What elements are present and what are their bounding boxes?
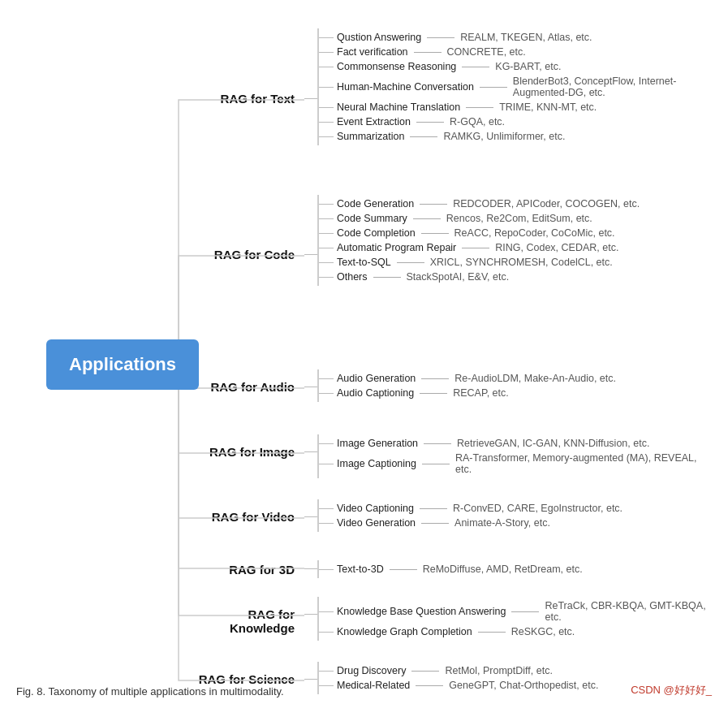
cat-item-row: Video GenerationAnimate-A-Story, etc. — [319, 517, 706, 529]
cat-item-row: Knowledge Graph CompletionReSKGC, etc. — [319, 626, 706, 637]
cat-item-row: Code CompletionReACC, RepoCoder, CoCoMic… — [319, 227, 706, 239]
item-label: Code Generation — [337, 198, 414, 209]
cat-item-row: Audio GenerationRe-AudioLDM, Make-An-Aud… — [319, 373, 706, 384]
cat-item-row: Knowledge Base Question AnsweringReTraCk… — [319, 600, 706, 623]
cat-items-rag-image: Image GenerationRetrieveGAN, IC-GAN, KNN… — [317, 434, 706, 478]
cat-item-row: Video CaptioningR-ConvED, CARE, EgoInstr… — [319, 503, 706, 514]
cat-name-rag-science: RAG for Science — [187, 662, 304, 686]
item-label: Video Generation — [337, 517, 416, 529]
item-values: KG-BART, etc. — [495, 61, 561, 72]
cat-item-row: Neural Machine TranslationTRIME, KNN-MT,… — [319, 101, 706, 113]
category-rag-3d: RAG for 3DText-to-3DReMoDiffuse, AMD, Re… — [187, 560, 706, 578]
item-label: Qustion Answering — [337, 32, 421, 43]
category-rag-image: RAG for ImageImage GenerationRetrieveGAN… — [187, 434, 706, 478]
item-values: Animate-A-Story, etc. — [454, 517, 550, 529]
item-values: BlenderBot3, ConceptFlow, Internet-Augme… — [513, 76, 706, 98]
item-values: XRICL, SYNCHROMESH, CodelCL, etc. — [430, 257, 613, 268]
cat-name-rag-knowledge: RAG for Knowledge — [187, 597, 304, 635]
item-values: REDCODER, APICoder, COCOGEN, etc. — [453, 198, 640, 209]
cat-items-rag-3d: Text-to-3DReMoDiffuse, AMD, RetDream, et… — [317, 560, 706, 578]
category-rag-text: RAG for TextQustion AnsweringREALM, TKEG… — [187, 28, 706, 145]
item-values: Rencos, Re2Com, EditSum, etc. — [446, 213, 592, 224]
page-wrapper: Applications RAG for TextQustion Answeri… — [0, 0, 728, 704]
cat-item-row: Event ExtractionR-GQA, etc. — [319, 116, 706, 127]
cat-name-rag-text: RAG for Text — [187, 28, 304, 106]
cat-item-row: Text-to-3DReMoDiffuse, AMD, RetDream, et… — [319, 564, 706, 575]
item-values: StackSpotAI, E&V, etc. — [407, 271, 510, 283]
item-label: Fact verification — [337, 46, 408, 58]
item-label: Others — [337, 271, 368, 283]
csdn-watermark: CSDN @好好好_ — [631, 683, 712, 698]
item-label: Medical-Related — [337, 680, 410, 691]
item-values: R-GQA, etc. — [450, 116, 505, 127]
cat-item-row: Drug DiscoveryRetMol, PromptDiff, etc. — [319, 665, 706, 676]
item-values: RetMol, PromptDiff, etc. — [445, 665, 552, 676]
item-label: Commonsense Reasoning — [337, 61, 456, 72]
item-label: Knowledge Base Question Answering — [337, 606, 506, 617]
cat-items-rag-text: Qustion AnsweringREALM, TKEGEN, Atlas, e… — [317, 28, 706, 145]
cat-item-row: Human-Machine ConversationBlenderBot3, C… — [319, 76, 706, 98]
item-values: ReMoDiffuse, AMD, RetDream, etc. — [423, 564, 583, 575]
item-label: Video Captioning — [337, 503, 414, 514]
cat-item-row: Automatic Program RepairRING, Codex, CED… — [319, 242, 706, 253]
cat-item-row: Code SummaryRencos, Re2Com, EditSum, etc… — [319, 213, 706, 224]
category-rag-code: RAG for CodeCode GenerationREDCODER, API… — [187, 195, 706, 286]
item-values: Re-AudioLDM, Make-An-Audio, etc. — [454, 373, 616, 384]
cat-item-row: Image GenerationRetrieveGAN, IC-GAN, KNN… — [319, 438, 706, 449]
cat-items-rag-video: Video CaptioningR-ConvED, CARE, EgoInstr… — [317, 499, 706, 532]
figure-caption: Fig. 8. Taxonomy of multiple application… — [16, 685, 284, 698]
item-values: R-ConvED, CARE, EgoInstructor, etc. — [453, 503, 622, 514]
cat-name-rag-code: RAG for Code — [187, 195, 304, 261]
item-values: ReTraCk, CBR-KBQA, GMT-KBQA, etc. — [545, 600, 706, 623]
cat-name-rag-3d: RAG for 3D — [187, 560, 304, 577]
item-values: RING, Codex, CEDAR, etc. — [495, 242, 618, 253]
cat-item-row: Code GenerationREDCODER, APICoder, COCOG… — [319, 198, 706, 209]
cat-item-row: SummarizationRAMKG, Unlimiformer, etc. — [319, 131, 706, 142]
item-label: Human-Machine Conversation — [337, 81, 474, 93]
cat-item-row: Image CaptioningRA-Transformer, Memory-a… — [319, 452, 706, 475]
cat-items-rag-audio: Audio GenerationRe-AudioLDM, Make-An-Aud… — [317, 369, 706, 402]
item-values: RAMKG, Unlimiformer, etc. — [443, 131, 565, 142]
item-values: REALM, TKEGEN, Atlas, etc. — [460, 32, 592, 43]
item-label: Text-to-3D — [337, 564, 384, 575]
cat-name-rag-image: RAG for Image — [187, 434, 304, 459]
cat-item-row: Commonsense ReasoningKG-BART, etc. — [319, 61, 706, 72]
cat-item-row: Audio CaptioningRECAP, etc. — [319, 387, 706, 399]
item-label: Image Generation — [337, 438, 418, 449]
item-values: ReACC, RepoCoder, CoCoMic, etc. — [454, 227, 615, 239]
item-label: Knowledge Graph Completion — [337, 626, 472, 637]
item-label: Drug Discovery — [337, 665, 406, 676]
applications-box: Applications — [46, 339, 199, 390]
item-label: Automatic Program Repair — [337, 242, 456, 253]
item-label: Audio Generation — [337, 373, 416, 384]
cat-item-row: Qustion AnsweringREALM, TKEGEN, Atlas, e… — [319, 32, 706, 43]
item-label: Code Summary — [337, 213, 407, 224]
item-label: Summarization — [337, 131, 404, 142]
cat-item-row: Fact verificationCONCRETE, etc. — [319, 46, 706, 58]
item-values: RECAP, etc. — [453, 387, 509, 399]
item-values: CONCRETE, etc. — [447, 46, 526, 58]
item-label: Event Extraction — [337, 116, 411, 127]
category-rag-knowledge: RAG for KnowledgeKnowledge Base Question… — [187, 597, 706, 641]
item-label: Audio Captioning — [337, 387, 414, 399]
item-values: TRIME, KNN-MT, etc. — [499, 101, 597, 113]
cat-name-rag-audio: RAG for Audio — [187, 369, 304, 394]
item-label: Code Completion — [337, 227, 416, 239]
category-rag-video: RAG for VideoVideo CaptioningR-ConvED, C… — [187, 499, 706, 532]
item-values: RA-Transformer, Memory-augmented (MA), R… — [455, 452, 706, 475]
item-values: GeneGPT, Chat-Orthopedist, etc. — [449, 680, 598, 691]
cat-name-rag-video: RAG for Video — [187, 499, 304, 524]
item-label: Image Captioning — [337, 458, 416, 469]
cat-items-rag-code: Code GenerationREDCODER, APICoder, COCOG… — [317, 195, 706, 286]
item-label: Text-to-SQL — [337, 257, 391, 268]
cat-items-rag-knowledge: Knowledge Base Question AnsweringReTraCk… — [317, 597, 706, 641]
item-label: Neural Machine Translation — [337, 101, 460, 113]
cat-item-row: OthersStackSpotAI, E&V, etc. — [319, 271, 706, 283]
item-values: RetrieveGAN, IC-GAN, KNN-Diffusion, etc. — [457, 438, 649, 449]
cat-item-row: Text-to-SQLXRICL, SYNCHROMESH, CodelCL, … — [319, 257, 706, 268]
item-values: ReSKGC, etc. — [511, 626, 575, 637]
category-rag-audio: RAG for AudioAudio GenerationRe-AudioLDM… — [187, 369, 706, 402]
